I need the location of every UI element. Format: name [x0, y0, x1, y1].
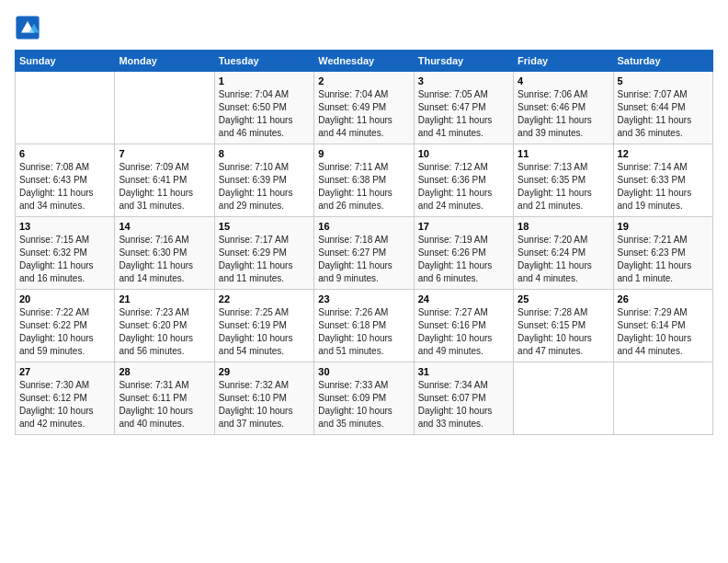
calendar-week-row: 13Sunrise: 7:15 AM Sunset: 6:32 PM Dayli…: [16, 217, 713, 290]
day-info: Sunrise: 7:13 AM Sunset: 6:35 PM Dayligh…: [518, 162, 592, 211]
calendar-week-row: 20Sunrise: 7:22 AM Sunset: 6:22 PM Dayli…: [16, 290, 713, 362]
calendar-cell: 2Sunrise: 7:04 AM Sunset: 6:49 PM Daylig…: [314, 72, 414, 144]
calendar-cell: 22Sunrise: 7:25 AM Sunset: 6:19 PM Dayli…: [214, 290, 313, 362]
day-number: 24: [418, 293, 509, 304]
day-info: Sunrise: 7:12 AM Sunset: 6:36 PM Dayligh…: [418, 162, 493, 211]
column-header-sunday: Sunday: [16, 51, 115, 72]
page-header: [15, 15, 713, 40]
day-info: Sunrise: 7:06 AM Sunset: 6:46 PM Dayligh…: [518, 89, 592, 138]
calendar-cell: 21Sunrise: 7:23 AM Sunset: 6:20 PM Dayli…: [115, 290, 214, 362]
calendar-cell: [514, 362, 613, 435]
calendar-cell: [16, 72, 115, 144]
day-number: 1: [219, 75, 310, 86]
calendar-week-row: 27Sunrise: 7:30 AM Sunset: 6:12 PM Dayli…: [16, 362, 713, 435]
calendar-cell: 15Sunrise: 7:17 AM Sunset: 6:29 PM Dayli…: [214, 217, 313, 290]
day-info: Sunrise: 7:20 AM Sunset: 6:24 PM Dayligh…: [518, 235, 592, 283]
day-info: Sunrise: 7:31 AM Sunset: 6:11 PM Dayligh…: [119, 380, 193, 429]
calendar-cell: 12Sunrise: 7:14 AM Sunset: 6:33 PM Dayli…: [613, 144, 712, 217]
calendar-cell: 24Sunrise: 7:27 AM Sunset: 6:16 PM Dayli…: [414, 290, 513, 362]
calendar-cell: 13Sunrise: 7:15 AM Sunset: 6:32 PM Dayli…: [16, 217, 115, 290]
day-info: Sunrise: 7:05 AM Sunset: 6:47 PM Dayligh…: [418, 89, 493, 138]
day-info: Sunrise: 7:07 AM Sunset: 6:44 PM Dayligh…: [618, 89, 692, 138]
day-info: Sunrise: 7:16 AM Sunset: 6:30 PM Dayligh…: [119, 235, 193, 283]
day-number: 6: [19, 148, 110, 159]
day-number: 21: [119, 293, 210, 304]
day-number: 23: [318, 293, 409, 304]
day-number: 11: [518, 148, 609, 159]
day-number: 15: [219, 221, 310, 232]
calendar-cell: 23Sunrise: 7:26 AM Sunset: 6:18 PM Dayli…: [314, 290, 414, 362]
column-header-friday: Friday: [514, 51, 613, 72]
day-number: 2: [318, 75, 409, 86]
day-number: 28: [119, 366, 210, 377]
day-info: Sunrise: 7:33 AM Sunset: 6:09 PM Dayligh…: [318, 380, 392, 429]
day-info: Sunrise: 7:04 AM Sunset: 6:50 PM Dayligh…: [219, 89, 293, 138]
calendar-cell: 8Sunrise: 7:10 AM Sunset: 6:39 PM Daylig…: [214, 144, 313, 217]
column-header-monday: Monday: [115, 51, 214, 72]
day-info: Sunrise: 7:19 AM Sunset: 6:26 PM Dayligh…: [418, 235, 493, 283]
day-number: 25: [518, 293, 609, 304]
calendar-cell: 11Sunrise: 7:13 AM Sunset: 6:35 PM Dayli…: [514, 144, 613, 217]
day-info: Sunrise: 7:08 AM Sunset: 6:43 PM Dayligh…: [19, 162, 94, 211]
day-number: 13: [19, 221, 110, 232]
day-number: 27: [19, 366, 110, 377]
day-number: 9: [318, 148, 409, 159]
calendar-cell: 7Sunrise: 7:09 AM Sunset: 6:41 PM Daylig…: [115, 144, 214, 217]
logo-icon: [15, 15, 40, 40]
day-info: Sunrise: 7:28 AM Sunset: 6:15 PM Dayligh…: [518, 307, 592, 356]
day-number: 31: [418, 366, 509, 377]
day-info: Sunrise: 7:09 AM Sunset: 6:41 PM Dayligh…: [119, 162, 193, 211]
calendar-week-row: 6Sunrise: 7:08 AM Sunset: 6:43 PM Daylig…: [16, 144, 713, 217]
calendar-cell: 3Sunrise: 7:05 AM Sunset: 6:47 PM Daylig…: [414, 72, 513, 144]
day-info: Sunrise: 7:32 AM Sunset: 6:10 PM Dayligh…: [219, 380, 293, 429]
day-number: 3: [418, 75, 509, 86]
day-number: 19: [618, 221, 709, 232]
calendar-week-row: 1Sunrise: 7:04 AM Sunset: 6:50 PM Daylig…: [16, 72, 713, 144]
day-number: 30: [318, 366, 409, 377]
day-number: 8: [219, 148, 310, 159]
day-info: Sunrise: 7:15 AM Sunset: 6:32 PM Dayligh…: [19, 235, 94, 283]
calendar-cell: 9Sunrise: 7:11 AM Sunset: 6:38 PM Daylig…: [314, 144, 414, 217]
day-info: Sunrise: 7:04 AM Sunset: 6:49 PM Dayligh…: [318, 89, 392, 138]
day-info: Sunrise: 7:21 AM Sunset: 6:23 PM Dayligh…: [618, 235, 692, 283]
day-number: 10: [418, 148, 509, 159]
day-number: 7: [119, 148, 210, 159]
calendar-cell: [613, 362, 712, 435]
day-info: Sunrise: 7:23 AM Sunset: 6:20 PM Dayligh…: [119, 307, 193, 356]
calendar-cell: 4Sunrise: 7:06 AM Sunset: 6:46 PM Daylig…: [514, 72, 613, 144]
day-number: 5: [618, 75, 709, 86]
column-header-thursday: Thursday: [414, 51, 513, 72]
column-header-tuesday: Tuesday: [214, 51, 313, 72]
day-number: 26: [618, 293, 709, 304]
calendar-cell: 1Sunrise: 7:04 AM Sunset: 6:50 PM Daylig…: [214, 72, 313, 144]
calendar-cell: 31Sunrise: 7:34 AM Sunset: 6:07 PM Dayli…: [414, 362, 513, 435]
calendar-cell: 17Sunrise: 7:19 AM Sunset: 6:26 PM Dayli…: [414, 217, 513, 290]
calendar-cell: 19Sunrise: 7:21 AM Sunset: 6:23 PM Dayli…: [613, 217, 712, 290]
day-number: 17: [418, 221, 509, 232]
column-header-saturday: Saturday: [613, 51, 712, 72]
day-info: Sunrise: 7:11 AM Sunset: 6:38 PM Dayligh…: [318, 162, 392, 211]
day-info: Sunrise: 7:29 AM Sunset: 6:14 PM Dayligh…: [618, 307, 692, 356]
day-number: 12: [618, 148, 709, 159]
calendar-cell: 14Sunrise: 7:16 AM Sunset: 6:30 PM Dayli…: [115, 217, 214, 290]
day-info: Sunrise: 7:34 AM Sunset: 6:07 PM Dayligh…: [418, 380, 493, 429]
day-info: Sunrise: 7:18 AM Sunset: 6:27 PM Dayligh…: [318, 235, 392, 283]
day-number: 22: [219, 293, 310, 304]
calendar-cell: 20Sunrise: 7:22 AM Sunset: 6:22 PM Dayli…: [16, 290, 115, 362]
day-number: 29: [219, 366, 310, 377]
calendar-cell: 28Sunrise: 7:31 AM Sunset: 6:11 PM Dayli…: [115, 362, 214, 435]
calendar-cell: 26Sunrise: 7:29 AM Sunset: 6:14 PM Dayli…: [613, 290, 712, 362]
calendar-table: SundayMondayTuesdayWednesdayThursdayFrid…: [15, 50, 713, 435]
calendar-cell: 6Sunrise: 7:08 AM Sunset: 6:43 PM Daylig…: [16, 144, 115, 217]
calendar-cell: [115, 72, 214, 144]
day-info: Sunrise: 7:10 AM Sunset: 6:39 PM Dayligh…: [219, 162, 293, 211]
day-number: 18: [518, 221, 609, 232]
day-info: Sunrise: 7:17 AM Sunset: 6:29 PM Dayligh…: [219, 235, 293, 283]
day-number: 16: [318, 221, 409, 232]
calendar-cell: 29Sunrise: 7:32 AM Sunset: 6:10 PM Dayli…: [214, 362, 313, 435]
day-info: Sunrise: 7:25 AM Sunset: 6:19 PM Dayligh…: [219, 307, 293, 356]
day-info: Sunrise: 7:30 AM Sunset: 6:12 PM Dayligh…: [19, 380, 94, 429]
calendar-cell: 10Sunrise: 7:12 AM Sunset: 6:36 PM Dayli…: [414, 144, 513, 217]
day-number: 14: [119, 221, 210, 232]
logo: [15, 15, 44, 40]
